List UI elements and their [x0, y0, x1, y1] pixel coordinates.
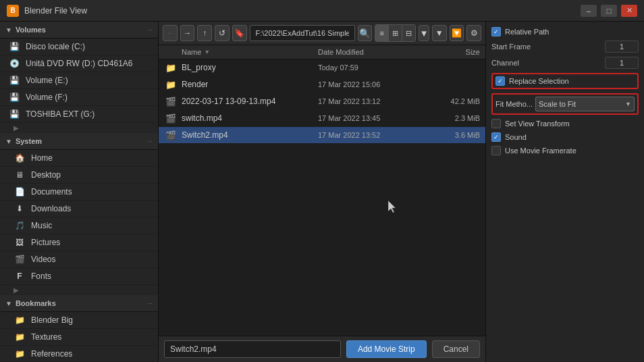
sidebar-item-dvd[interactable]: 💿 Unità DVD RW (D:) CD461A6 [0, 55, 158, 72]
close-button[interactable]: ✕ [621, 5, 637, 17]
window-title: Blender File View [24, 6, 581, 16]
table-row[interactable]: 🎬 Switch2.mp4 17 Mar 2022 13:52 3.6 MiB [159, 127, 485, 144]
video-icon: 🎬 [164, 95, 178, 107]
start-frame-label: Start Frame [491, 43, 605, 51]
use-movie-framerate-label: Use Movie Framerate [505, 147, 576, 155]
main-container: ▼ Volumes ··· 💾 Disco locale (C:) 💿 Unit… [0, 22, 644, 362]
sidebar-item-music[interactable]: 🎵 Music [0, 217, 158, 234]
column-name[interactable]: Name ▼ [182, 48, 318, 56]
sidebar-item-desktop-label: Desktop [31, 170, 61, 180]
file-name: Switch2.mp4 [182, 130, 318, 140]
filename-input[interactable] [164, 340, 341, 358]
add-movie-strip-button[interactable]: Add Movie Strip [346, 340, 427, 358]
view-dropdown-button[interactable]: ▼ [419, 25, 429, 41]
set-view-transform-checkbox[interactable] [491, 119, 501, 128]
file-name: 2022-03-17 13-09-13.mp4 [182, 97, 318, 106]
sidebar-item-documents-label: Documents [31, 187, 72, 197]
fit-method-row: Fit Metho... Scale to Fit ▼ [491, 93, 639, 115]
search-button[interactable]: 🔍 [358, 25, 373, 41]
sidebar-item-f-drive[interactable]: 💾 Volume (F:) [0, 89, 158, 106]
sidebar-item-videos[interactable]: 🎬 Videos [0, 251, 158, 268]
minimize-button[interactable]: – [581, 5, 597, 17]
folder-references-icon: 📁 [14, 348, 26, 359]
system-label: System [16, 137, 147, 145]
file-date: 17 Mar 2022 13:12 [318, 97, 426, 105]
sidebar-item-downloads-label: Downloads [31, 204, 71, 213]
table-row[interactable]: 📁 BL_proxy Today 07:59 [159, 59, 485, 76]
bookmarks-label: Bookmarks [16, 299, 147, 307]
sidebar-item-downloads[interactable]: ⬇ Downloads [0, 201, 158, 217]
sidebar-item-c-drive[interactable]: 💾 Disco locale (C:) [0, 38, 158, 55]
refresh-button[interactable]: ↺ [215, 25, 230, 41]
table-row[interactable]: 🎬 2022-03-17 13-09-13.mp4 17 Mar 2022 13… [159, 93, 485, 110]
replace-selection-label: Replace Selection [509, 77, 569, 85]
documents-icon: 📄 [14, 186, 26, 197]
music-icon: 🎵 [14, 220, 26, 231]
forward-button[interactable]: → [180, 25, 195, 41]
bookmark-button[interactable]: 🔖 [232, 25, 247, 41]
relative-path-row: ✓ Relative Path [491, 27, 639, 36]
volumes-arrow: ▼ [5, 26, 12, 34]
sort-icon: ▼ [204, 49, 210, 55]
sidebar-item-pictures-label: Pictures [31, 238, 60, 247]
table-row[interactable]: 📁 Render 17 Mar 2022 15:06 [159, 76, 485, 93]
sidebar: ▼ Volumes ··· 💾 Disco locale (C:) 💿 Unit… [0, 22, 159, 362]
volumes-more: ▶ [0, 123, 158, 133]
relative-path-checkbox[interactable]: ✓ [491, 27, 501, 36]
icon-view-button[interactable]: ⊟ [402, 25, 416, 41]
sidebar-item-textures[interactable]: 📁 Textures [0, 329, 158, 346]
volumes-section-header[interactable]: ▼ Volumes ··· [0, 22, 158, 38]
sidebar-item-home[interactable]: 🏠 Home [0, 150, 158, 167]
sidebar-item-textures-label: Textures [31, 332, 61, 342]
filter-icon-button[interactable]: 🔽 [450, 25, 464, 41]
sidebar-item-e-drive[interactable]: 💾 Volume (E:) [0, 72, 158, 89]
sidebar-item-g-label: TOSHIBA EXT (G:) [26, 109, 95, 119]
column-size[interactable]: Size [426, 48, 480, 56]
sidebar-item-pictures[interactable]: 🖼 Pictures [0, 234, 158, 251]
sidebar-item-videos-label: Videos [31, 255, 55, 264]
sidebar-item-fonts-label: Fonts [31, 272, 51, 281]
fit-method-select[interactable]: Scale to Fit ▼ [535, 97, 635, 111]
file-name: switch.mp4 [182, 113, 318, 123]
desktop-icon: 🖥 [14, 170, 26, 180]
use-movie-framerate-checkbox[interactable] [491, 146, 501, 155]
system-arrow: ▼ [5, 138, 12, 145]
grid-view-button[interactable]: ⊞ [389, 25, 402, 41]
sidebar-item-references[interactable]: 📁 References [0, 346, 158, 362]
table-row[interactable]: 🎬 switch.mp4 17 Mar 2022 13:45 2.3 MiB [159, 110, 485, 127]
set-view-transform-label: Set View Transform [505, 120, 570, 128]
file-name: Render [182, 80, 318, 89]
maximize-button[interactable]: □ [601, 5, 617, 17]
sidebar-item-documents[interactable]: 📄 Documents [0, 184, 158, 201]
sidebar-item-desktop[interactable]: 🖥 Desktop [0, 167, 158, 184]
sidebar-item-blender-big-label: Blender Big [31, 315, 73, 325]
sidebar-item-fonts[interactable]: F Fonts [0, 268, 158, 285]
fit-method-value: Scale to Fit [539, 100, 576, 108]
replace-selection-checkbox[interactable]: ✓ [495, 76, 505, 86]
start-frame-input[interactable] [605, 41, 639, 53]
sidebar-item-f-label: Volume (F:) [26, 93, 68, 102]
sound-checkbox[interactable]: ✓ [491, 132, 501, 142]
file-name: BL_proxy [182, 63, 318, 72]
hdd-g-icon: 💾 [8, 109, 20, 120]
list-view-button[interactable]: ≡ [375, 25, 389, 41]
system-section-header[interactable]: ▼ System ··· [0, 133, 158, 150]
sidebar-item-dvd-label: Unità DVD RW (D:) CD461A6 [26, 59, 132, 68]
file-date: 17 Mar 2022 15:06 [318, 80, 426, 88]
sidebar-item-g-drive[interactable]: 💾 TOSHIBA EXT (G:) [0, 106, 158, 123]
settings-button[interactable]: ⚙ [466, 25, 481, 41]
volumes-label: Volumes [16, 26, 147, 34]
path-input[interactable] [250, 25, 355, 41]
toolbar: ← → ↑ ↺ 🔖 🔍 ≡ ⊞ ⊟ ▼ ▼ 🔽 ⚙ [159, 22, 485, 45]
replace-selection-row: ✓ Replace Selection [491, 73, 639, 89]
back-button[interactable]: ← [163, 25, 178, 41]
filter-button[interactable]: ▼ [432, 25, 447, 41]
bookmarks-section-header[interactable]: ▼ Bookmarks ··· [0, 295, 158, 312]
channel-row: Channel [491, 57, 639, 69]
up-button[interactable]: ↑ [197, 25, 212, 41]
sidebar-item-references-label: References [31, 349, 72, 359]
column-date[interactable]: Date Modified [318, 48, 426, 56]
sidebar-item-blender-big[interactable]: 📁 Blender Big [0, 312, 158, 329]
channel-input[interactable] [605, 57, 639, 69]
cancel-button[interactable]: Cancel [432, 340, 480, 358]
